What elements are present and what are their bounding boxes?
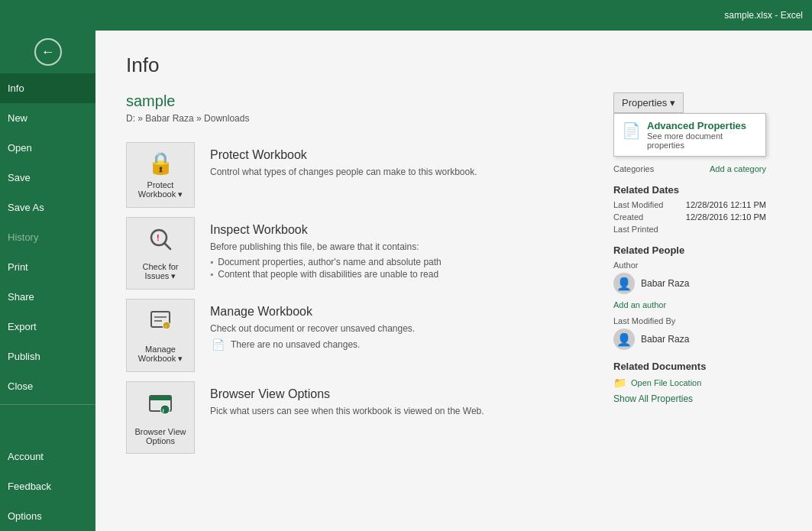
sidebar-item-publish[interactable]: Publish	[0, 342, 95, 371]
last-modified-by-name: Babar Raza	[641, 334, 689, 345]
inspect-icon: !	[147, 225, 174, 257]
sidebar-item-print[interactable]: Print	[0, 252, 95, 282]
related-dates-title: Related Dates	[613, 184, 766, 196]
inspect-icon-label: Check forIssues ▾	[142, 262, 178, 281]
last-modified-label: Last Modified	[613, 200, 675, 209]
add-author-link[interactable]: Add an author	[613, 300, 666, 309]
back-circle-icon: ←	[34, 38, 62, 66]
doc-icon: 📄	[212, 338, 225, 351]
sidebar-item-options[interactable]: Options	[0, 501, 95, 531]
properties-button[interactable]: Properties ▾	[613, 92, 684, 113]
inspect-item-1: Document properties, author's name and a…	[210, 257, 598, 267]
show-all-properties-link[interactable]: Show All Properties	[613, 393, 766, 404]
protect-content: Protect Workbook Control what types of c…	[210, 142, 598, 182]
file-path: D: » Babar Raza » Downloads	[126, 113, 598, 124]
inspect-title: Inspect Workbook	[210, 223, 598, 237]
last-modified-by-row: 👤 Babar Raza	[613, 329, 766, 350]
created-row: Created 12/28/2016 12:10 PM	[613, 212, 766, 222]
manage-icon-box[interactable]: ↑ ManageWorkbook ▾	[126, 299, 195, 372]
back-button[interactable]: ←	[0, 31, 95, 73]
sidebar-item-close[interactable]: Close	[0, 371, 95, 401]
manage-no-changes: 📄 There are no unsaved changes.	[212, 338, 598, 351]
manage-content: Manage Workbook Check out document or re…	[210, 299, 598, 351]
protect-icon-box[interactable]: 🔒 ProtectWorkbook ▾	[126, 142, 195, 208]
properties-dropdown-wrapper: Properties ▾ 📄 Advanced Properties See m…	[613, 92, 766, 157]
author-name: Babar Raza	[641, 278, 689, 289]
no-changes-text: There are no unsaved changes.	[231, 339, 360, 350]
inspect-icon-box[interactable]: ! Check forIssues ▾	[126, 217, 195, 290]
categories-label: Categories	[613, 164, 710, 173]
sidebar-item-export[interactable]: Export	[0, 312, 95, 342]
author-avatar: 👤	[613, 273, 635, 294]
inspect-section: ! Check forIssues ▾ Inspect Workbook Bef…	[126, 217, 598, 290]
sidebar-item-share[interactable]: Share	[0, 282, 95, 312]
svg-text:i: i	[163, 407, 164, 414]
last-modified-value: 12/28/2016 12:11 PM	[675, 200, 766, 209]
svg-text:!: !	[157, 233, 160, 242]
created-value: 12/28/2016 12:10 PM	[675, 212, 766, 222]
adv-props-icon: 📄	[622, 121, 641, 140]
svg-text:↑: ↑	[165, 324, 168, 329]
protect-title: Protect Workbook	[210, 148, 598, 162]
page-title: Info	[126, 53, 781, 77]
sidebar-divider	[0, 404, 95, 405]
protect-icon: 🔒	[147, 151, 174, 176]
inspect-content: Inspect Workbook Before publishing this …	[210, 217, 598, 281]
advanced-props-popup: 📄 Advanced Properties See more document …	[613, 113, 766, 157]
manage-icon: ↑	[147, 307, 174, 340]
last-printed-row: Last Printed	[613, 225, 766, 234]
browser-icon-box[interactable]: i Browser ViewOptions	[126, 381, 195, 454]
last-printed-value	[675, 225, 766, 234]
inspect-item-2: Content that people with disabilities ar…	[210, 269, 598, 280]
browser-icon: i	[147, 390, 174, 423]
adv-props-text: Advanced Properties See more document pr…	[647, 120, 758, 150]
adv-props-title[interactable]: Advanced Properties	[647, 120, 758, 131]
browser-content: Browser View Options Pick what users can…	[210, 381, 598, 421]
last-modified-by-avatar: 👤	[613, 329, 635, 350]
right-panel: Properties ▾ 📄 Advanced Properties See m…	[598, 92, 781, 404]
top-row: sample D: » Babar Raza » Downloads 🔒 Pro…	[126, 92, 781, 463]
sidebar-item-new[interactable]: New	[0, 103, 95, 133]
open-file-location-link[interactable]: Open File Location	[631, 378, 701, 387]
sidebar: ← Info New Open Save Save As History Pri…	[0, 31, 95, 531]
sidebar-item-saveas[interactable]: Save As	[0, 193, 95, 222]
sidebar-item-account[interactable]: Account	[0, 442, 95, 471]
sidebar-item-open[interactable]: Open	[0, 133, 95, 163]
author-row: 👤 Babar Raza	[613, 273, 766, 294]
protect-section: 🔒 ProtectWorkbook ▾ Protect Workbook Con…	[126, 142, 598, 208]
file-name: sample	[126, 92, 598, 110]
open-file-location-row: 📁 Open File Location	[613, 377, 766, 389]
last-modified-row: Last Modified 12/28/2016 12:11 PM	[613, 200, 766, 209]
sidebar-item-info[interactable]: Info	[0, 73, 95, 103]
sidebar-item-feedback[interactable]: Feedback	[0, 471, 95, 501]
manage-title: Manage Workbook	[210, 305, 598, 319]
manage-icon-label: ManageWorkbook ▾	[138, 345, 183, 364]
add-category-link[interactable]: Add a category	[710, 164, 766, 173]
related-docs-title: Related Documents	[613, 361, 766, 372]
last-modified-by-label: Last Modified By	[613, 316, 766, 325]
last-printed-label: Last Printed	[613, 225, 675, 234]
manage-section: ↑ ManageWorkbook ▾ Manage Workbook Check…	[126, 299, 598, 372]
protect-desc: Control what types of changes people can…	[210, 167, 598, 177]
browser-section: i Browser ViewOptions Browser View Optio…	[126, 381, 598, 454]
sidebar-item-history: History	[0, 222, 95, 252]
svg-rect-9	[150, 396, 171, 400]
categories-row: Categories Add a category	[613, 164, 766, 173]
browser-title: Browser View Options	[210, 387, 598, 401]
properties-btn-label: Properties ▾	[622, 97, 675, 108]
browser-icon-label: Browser ViewOptions	[134, 427, 186, 445]
content-area: Info sample D: » Babar Raza » Downloads …	[95, 31, 812, 531]
created-label: Created	[613, 212, 675, 222]
inspect-desc: Before publishing this file, be aware th…	[210, 241, 598, 252]
svg-line-1	[164, 243, 170, 249]
manage-desc: Check out document or recover unsaved ch…	[210, 323, 598, 334]
main-layout: ← Info New Open Save Save As History Pri…	[0, 31, 812, 531]
sidebar-item-save[interactable]: Save	[0, 163, 95, 193]
left-sections: sample D: » Babar Raza » Downloads 🔒 Pro…	[126, 92, 598, 463]
related-people-title: Related People	[613, 244, 766, 256]
browser-desc: Pick what users can see when this workbo…	[210, 406, 598, 416]
author-label-row: Author	[613, 261, 766, 270]
title-text: sample.xlsx - Excel	[724, 10, 803, 21]
last-modified-by-label-row: Last Modified By	[613, 316, 766, 325]
protect-icon-label: ProtectWorkbook ▾	[138, 180, 183, 199]
